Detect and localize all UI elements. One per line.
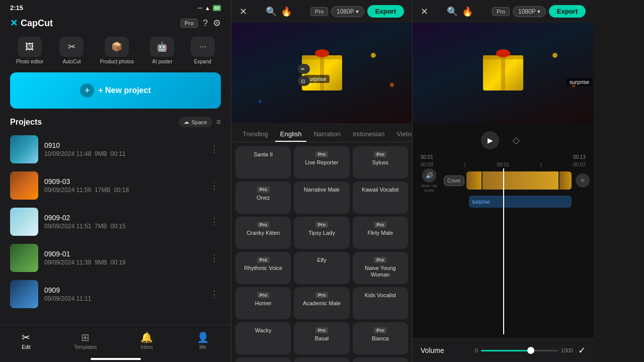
sort-icon[interactable]: ≡ [216, 118, 221, 127]
more-button[interactable]: ⋮ [208, 142, 221, 157]
voice-card-homer[interactable]: Pro Homer [235, 287, 291, 319]
space-button[interactable]: ☁ Space [179, 117, 212, 127]
text-track[interactable]: surprise [469, 196, 572, 208]
mute-button[interactable]: 🔊 [422, 168, 436, 183]
voice-card-syluss[interactable]: Pro Syluss [353, 146, 408, 178]
voice-card-kiddo[interactable]: Pro Kiddo [235, 357, 291, 362]
space-label: Space [191, 119, 207, 125]
voice-card-kids[interactable]: Kids Vocalist [353, 287, 408, 319]
tool-expand[interactable]: ··· Expand [191, 37, 215, 64]
voice-card-academic[interactable]: Pro Academic Male [294, 287, 349, 319]
gift-bow [315, 49, 329, 57]
nav-me[interactable]: 👤 Me [189, 329, 217, 352]
tool-photo-editor[interactable]: 🖼 Photo editor [16, 37, 43, 64]
voice-card-onez[interactable]: Pro Onez [235, 182, 291, 214]
nav-inbox[interactable]: 🔔 Inbox [132, 329, 161, 352]
voice-card-live-reporter[interactable]: Pro Live Reporter [294, 146, 349, 178]
resolution-button[interactable]: 1080P ▾ [331, 6, 364, 17]
product-photos-label: Product photos [100, 59, 134, 64]
diamond-button[interactable]: ◇ [507, 131, 525, 149]
export-button[interactable]: Export [549, 5, 586, 18]
project-info: 0909-02 09/09/2024 11:51 7MB 00:15 [44, 214, 202, 230]
tool-product-photos[interactable]: 📦 Product photos [100, 37, 134, 64]
pro-tag: Pro [257, 257, 270, 263]
tab-narration[interactable]: Narration [308, 127, 345, 142]
more-button[interactable]: ⋮ [208, 287, 221, 302]
voice-name: Wacky [255, 327, 272, 334]
project-item[interactable]: 0909 09/09/2024 11:11 ⋮ [0, 276, 231, 312]
cover-chip[interactable]: Cover [444, 175, 464, 186]
tool-autocut[interactable]: ✂ AutoCut [59, 37, 84, 64]
tab-english[interactable]: English [275, 127, 307, 142]
nav-edit[interactable]: ✂ Edit [14, 329, 38, 352]
templates-label: Templates [74, 344, 97, 350]
close-button[interactable]: ✕ [239, 6, 247, 17]
editor-header: ✕ 🔍 🔥 Pro 1080P ▾ Export [231, 0, 412, 23]
tab-trending[interactable]: Trending [237, 127, 273, 142]
voice-card-wacky[interactable]: Wacky [235, 322, 291, 354]
voice-card-naive[interactable]: Pro Naive Young Woman [353, 252, 408, 284]
slider-thumb[interactable] [527, 347, 534, 354]
voice-card-female[interactable]: Female Vocalist [294, 357, 349, 362]
close-button[interactable]: ✕ [421, 6, 428, 17]
voice-card-flirty[interactable]: Pro Flirty Male [353, 217, 408, 249]
gift-bow-2 [496, 49, 510, 57]
tab-indonesian[interactable]: Indonesian [348, 127, 390, 142]
delete-overlay-btn[interactable]: ⊡ [298, 76, 308, 86]
add-clip-button[interactable]: + [576, 173, 590, 188]
panel-mobile-app: 2:15 ··· ▲ 80 ✕ CapCut Pro ? ⚙ 🖼 Photo e… [0, 0, 231, 362]
track-content: Cover + [442, 171, 590, 190]
voice-card-kawaii[interactable]: Kawaii Vocalist [353, 182, 408, 214]
voice-card-basal[interactable]: Pro Basal [294, 322, 349, 354]
voice-card-tipsy[interactable]: Pro Tipsy Lady [294, 217, 349, 249]
more-button[interactable]: ⋮ [208, 178, 221, 193]
export-button[interactable]: Export [367, 5, 404, 18]
edit-icon: ✂ [22, 331, 30, 343]
voice-name: Onez [257, 195, 270, 201]
project-item[interactable]: 0910 10/09/2024 11:48 9MB 00:11 ⋮ [0, 131, 231, 167]
search-button[interactable]: 🔍 [266, 6, 277, 17]
status-time: 2:15 [10, 4, 23, 12]
video-clip [482, 171, 558, 190]
voice-card-santa[interactable]: Santa II [235, 146, 291, 178]
voice-card-alfred[interactable]: Alfred [353, 357, 408, 362]
project-name: 0909 [44, 286, 202, 294]
pro-tag: Pro [315, 292, 328, 298]
nav-templates[interactable]: ⊞ Templates [66, 329, 105, 352]
new-project-button[interactable]: + + New project [10, 72, 221, 109]
pro-badge[interactable]: Pro [310, 7, 328, 16]
tool-ai-poster[interactable]: 🤖 AI poster [150, 37, 174, 64]
voice-card-bianca[interactable]: Pro Bianca [353, 322, 408, 354]
resolution-button[interactable]: 1080P ▾ [513, 6, 546, 17]
voice-card-elfy[interactable]: Elfy [294, 252, 349, 284]
project-item[interactable]: 0909-03 09/09/2024 11:56 17MB 00:18 ⋮ [0, 167, 231, 204]
pro-tag: Pro [257, 292, 270, 298]
slider-track[interactable] [481, 350, 558, 351]
edit-overlay-btn[interactable]: ✏ [298, 64, 308, 74]
more-button[interactable]: ⋮ [208, 250, 221, 265]
pro-tag: Pro [315, 151, 328, 157]
voice-card-narrative-male[interactable]: Narrative Male [294, 182, 349, 214]
pro-badge[interactable]: Pro [181, 19, 198, 28]
autocut-icon: ✂ [59, 37, 84, 57]
project-item[interactable]: 0909-02 09/09/2024 11:51 7MB 00:15 ⋮ [0, 204, 231, 240]
tab-vietna[interactable]: Vietna ✓ [392, 127, 412, 142]
more-button[interactable]: ⋮ [208, 214, 221, 229]
settings-button[interactable]: ⚙ [213, 18, 221, 29]
header-right: Pro 1080P ▾ Export [492, 5, 586, 18]
voice-name: Syluss [372, 159, 388, 166]
voice-name: Flirty Male [367, 230, 393, 236]
voice-name: Kawaii Vocalist [362, 187, 398, 193]
voice-card-rhythmic[interactable]: Pro Rhythmic Voice [235, 252, 291, 284]
confirm-button[interactable]: ✓ [578, 345, 586, 356]
help-button[interactable]: ? [203, 18, 208, 29]
search-button[interactable]: 🔍 [447, 6, 458, 17]
expand-label: Expand [194, 59, 211, 64]
status-bar: 2:15 ··· ▲ 80 [0, 0, 231, 14]
battery-icon: 80 [213, 5, 221, 11]
video-track[interactable] [466, 171, 572, 190]
voice-card-cranky[interactable]: Pro Cranky Kitten [235, 217, 291, 249]
play-button[interactable]: ▶ [481, 131, 499, 149]
project-item[interactable]: 0909-01 09/09/2024 11:38 9MB 00:19 ⋮ [0, 240, 231, 276]
pro-badge[interactable]: Pro [492, 7, 510, 16]
